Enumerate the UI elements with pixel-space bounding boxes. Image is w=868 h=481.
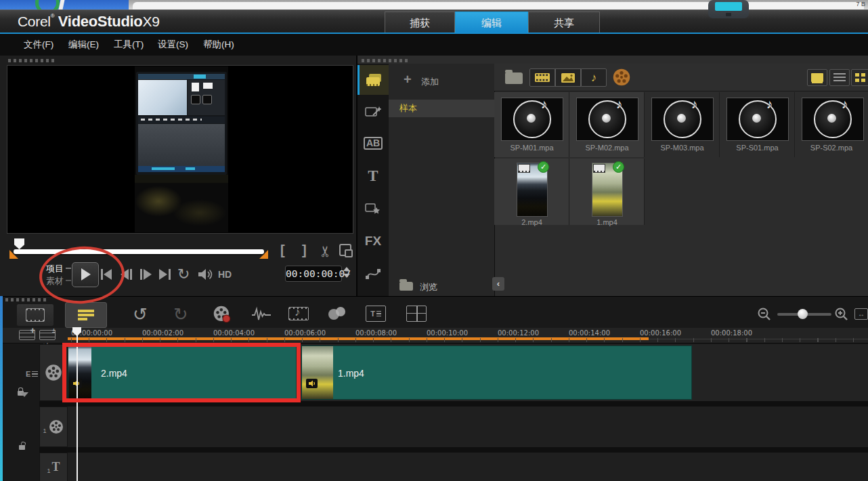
phone-button — [726, 13, 731, 16]
split-clip-button[interactable]: ✂ — [317, 245, 334, 257]
video-desk-blob2 — [173, 199, 227, 226]
ruler-ticks — [71, 338, 868, 342]
browse-icon — [399, 282, 413, 291]
app-logo: Corel® VideoStudioX9 — [18, 13, 160, 30]
library-item-video[interactable]: ✓ 2.mp4 — [494, 159, 569, 225]
filter-item[interactable]: FX — [357, 226, 389, 256]
seek-thumb[interactable] — [14, 238, 24, 249]
timecode-up-icon[interactable] — [343, 267, 350, 271]
overlay-track-row[interactable] — [68, 406, 868, 447]
undo-button[interactable]: ↺ — [133, 307, 148, 322]
music-note-icon: ♪ — [842, 97, 848, 112]
title-track-header[interactable]: 1 T — [39, 453, 68, 481]
menu-file[interactable]: 文件(F) — [24, 34, 53, 56]
library-item-audio[interactable]: ♪ SP-M03.mpa — [645, 92, 720, 157]
seek-bar[interactable] — [14, 249, 264, 254]
movie-templates-icon[interactable] — [612, 68, 631, 87]
fit-timeline-icon[interactable]: ↔ — [854, 308, 868, 320]
video-type-icon — [593, 164, 605, 173]
overlay-track-header[interactable]: 1 — [39, 406, 68, 447]
zoom-in-icon[interactable] — [834, 307, 849, 322]
motion-tracking-icon[interactable] — [326, 306, 348, 322]
ruler-label: 00:00:04:00 — [213, 329, 255, 337]
video-item-label: 2.mp4 — [494, 218, 569, 226]
add-folder-button[interactable]: 添加 — [421, 76, 439, 88]
timeline-view-icon — [78, 310, 94, 320]
auto-music-icon[interactable]: ♪ — [288, 305, 310, 322]
video-filter-icon — [534, 72, 550, 83]
transition-item[interactable]: AB — [357, 128, 389, 158]
library-item-audio[interactable]: ♪ SP-S01.mpa — [720, 92, 795, 157]
title-item[interactable]: T — [357, 161, 389, 191]
browse-button[interactable]: 浏览 — [420, 281, 437, 293]
filter-photo-button[interactable] — [555, 68, 581, 87]
tab-share[interactable]: 共享 — [528, 12, 600, 33]
photo-filter-icon — [561, 72, 576, 83]
overlay-ripple-lock-icon[interactable] — [19, 445, 25, 450]
timeline-clip-1mp4[interactable]: 1.mp4 — [301, 346, 692, 400]
library-item-audio[interactable]: ♪ SP-M02.mpa — [569, 92, 645, 157]
multiview-icon[interactable] — [406, 306, 427, 322]
timecode-display[interactable]: 00:00:00:07 — [285, 266, 342, 282]
annotation-rectangle — [62, 343, 301, 402]
repeat-icon[interactable]: ↻ — [177, 267, 190, 282]
timeline-zoom-thumb[interactable] — [798, 309, 808, 319]
motion-path-item[interactable] — [357, 259, 389, 289]
volume-icon[interactable] — [197, 268, 213, 281]
filter-audio-button[interactable]: ♪ — [581, 68, 607, 87]
subtitle-editor-icon[interactable]: T — [366, 306, 386, 322]
media-library-item[interactable] — [357, 65, 389, 95]
storyboard-view-button[interactable] — [16, 304, 54, 327]
record-capture-icon[interactable] — [213, 305, 232, 324]
music-note-icon: ♪ — [766, 97, 773, 112]
mark-out-button[interactable]: ] — [302, 243, 307, 258]
title-track-row[interactable] — [68, 453, 868, 481]
timecode-down-icon[interactable] — [343, 274, 350, 278]
used-check-icon: ✓ — [613, 161, 624, 173]
media-icon — [366, 74, 383, 87]
menu-settings[interactable]: 设置(S) — [158, 34, 188, 56]
sound-mixer-icon[interactable] — [251, 306, 272, 322]
category-sample[interactable]: 样本 — [389, 100, 494, 117]
enlarge-preview-button[interactable] — [339, 244, 351, 256]
library-grip[interactable] — [362, 59, 408, 62]
collapse-library-button[interactable]: ‹ — [492, 277, 504, 291]
ripple-list-icon[interactable] — [32, 371, 38, 377]
tab-share-label: 共享 — [554, 17, 574, 28]
import-folder-icon[interactable] — [505, 72, 523, 84]
instant-project-item[interactable] — [357, 97, 389, 127]
hd-toggle[interactable]: HD — [218, 269, 232, 280]
panel-grip[interactable] — [8, 59, 54, 62]
timeline-view-button[interactable] — [65, 302, 107, 328]
graphic-icon — [365, 202, 381, 215]
subtitle-letter: T — [370, 310, 375, 318]
mark-in-button[interactable]: [ — [280, 243, 285, 258]
tab-capture[interactable]: 捕获 — [385, 12, 455, 33]
track-manager-icon[interactable]: ✚ — [19, 330, 35, 340]
view-grid-button[interactable] — [851, 69, 868, 86]
title-track-number: 1 — [47, 467, 50, 474]
zoom-out-icon[interactable] — [757, 307, 772, 322]
auto-music-note: ♪ — [295, 306, 301, 319]
view-thumbnail-button[interactable] — [807, 69, 827, 86]
menu-help[interactable]: 帮助(H) — [203, 34, 234, 56]
view-list-button[interactable] — [829, 69, 850, 86]
filter-video-button[interactable] — [529, 68, 555, 87]
redo-button[interactable]: ↻ — [173, 307, 188, 322]
menu-edit[interactable]: 编辑(E) — [68, 34, 99, 56]
timeline-ruler[interactable]: ✚ ± 00:00:00:00 00:00:02:00 00:00:04:00 … — [0, 328, 868, 343]
library-item-audio[interactable]: ♪ SP-M01.mpa — [494, 92, 569, 157]
transition-icon: AB — [364, 137, 383, 150]
library-item-video[interactable]: ✓ 1.mp4 — [569, 159, 645, 225]
next-frame-icon[interactable] — [138, 268, 153, 280]
phone-emulator-icon — [708, 0, 749, 18]
tab-edit[interactable]: 编辑 — [455, 12, 528, 33]
graphic-item[interactable] — [357, 194, 389, 224]
track-gap — [39, 447, 868, 453]
track-swap-icon[interactable]: ± — [39, 330, 56, 340]
menu-tools[interactable]: 工具(T) — [114, 34, 144, 56]
library-item-audio[interactable]: ♪ SP-S02.mpa — [795, 92, 868, 157]
gutter-chevron-icon[interactable] — [20, 392, 28, 397]
timeline-grip[interactable] — [5, 298, 46, 301]
go-end-icon[interactable] — [158, 268, 173, 280]
